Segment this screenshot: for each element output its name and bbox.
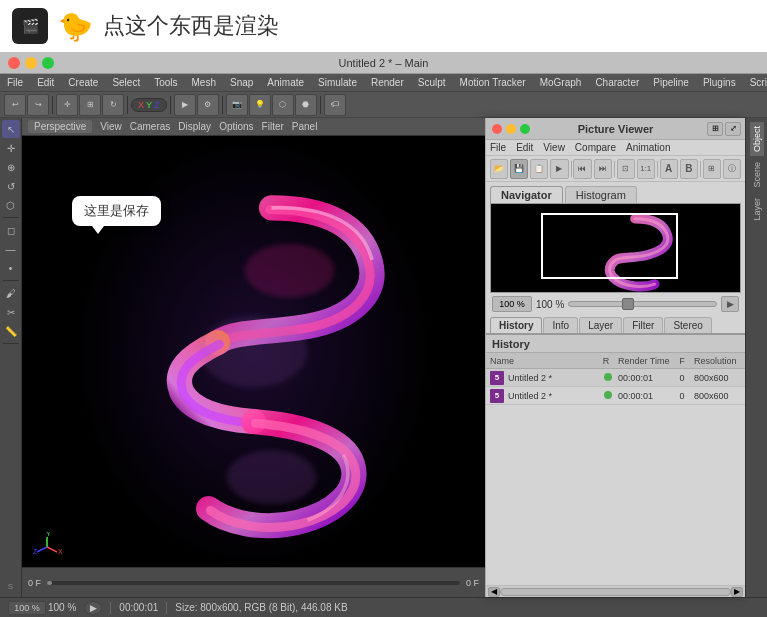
zoom-label: 100 %: [48, 602, 76, 613]
pv-nav-tabs: Navigator Histogram: [486, 182, 745, 203]
panel-menu[interactable]: Panel: [292, 121, 318, 132]
pv-frame-back-btn[interactable]: ⏮: [573, 159, 591, 179]
point-tool[interactable]: •: [2, 259, 20, 277]
tag-btn[interactable]: 🏷: [324, 94, 346, 116]
pv-zoom-1-btn[interactable]: 1:1: [637, 159, 655, 179]
pv-save-btn[interactable]: 💾: [510, 159, 528, 179]
scale-tool[interactable]: ⊕: [2, 158, 20, 176]
move-tool[interactable]: ✛: [2, 139, 20, 157]
menu-sculpt[interactable]: Sculpt: [415, 76, 449, 89]
menu-mesh[interactable]: Mesh: [189, 76, 219, 89]
pv-copy-btn[interactable]: 📋: [530, 159, 548, 179]
cameras-menu[interactable]: Cameras: [130, 121, 171, 132]
viewport-zoom-input[interactable]: [8, 601, 46, 615]
menu-edit[interactable]: Edit: [34, 76, 57, 89]
pv-zoom-input[interactable]: [492, 296, 532, 312]
menu-create[interactable]: Create: [65, 76, 101, 89]
pv-zoom-fit-btn[interactable]: ⊡: [617, 159, 635, 179]
move-button[interactable]: ✛: [56, 94, 78, 116]
object-btn[interactable]: ⬡: [272, 94, 294, 116]
pv-menu-edit[interactable]: Edit: [516, 142, 533, 153]
pv-maximize-button[interactable]: [520, 124, 530, 134]
display-menu[interactable]: Display: [178, 121, 211, 132]
menu-mograph[interactable]: MoGraph: [537, 76, 585, 89]
pv-scroll-right[interactable]: ▶: [731, 587, 743, 597]
pv-resize-button[interactable]: ⤢: [725, 122, 741, 136]
maximize-button[interactable]: [42, 57, 54, 69]
scale-button[interactable]: ⊞: [79, 94, 101, 116]
menu-motion-tracker[interactable]: Motion Tracker: [457, 76, 529, 89]
pv-menu-animation[interactable]: Animation: [626, 142, 670, 153]
render-btn[interactable]: ▶: [174, 94, 196, 116]
pv-tab-history[interactable]: History: [490, 317, 542, 333]
pv-zoom-next-btn[interactable]: ▶: [721, 296, 739, 312]
pv-tab-stereo[interactable]: Stereo: [664, 317, 711, 333]
pv-menu-file[interactable]: File: [490, 142, 506, 153]
menu-file[interactable]: File: [4, 76, 26, 89]
right-tab-layer[interactable]: Layer: [750, 194, 764, 225]
close-button[interactable]: [8, 57, 20, 69]
minimize-button[interactable]: [25, 57, 37, 69]
knife-tool[interactable]: ✂: [2, 303, 20, 321]
poly-tool[interactable]: ◻: [2, 221, 20, 239]
menu-animate[interactable]: Animate: [264, 76, 307, 89]
filter-menu[interactable]: Filter: [262, 121, 284, 132]
right-tab-scene[interactable]: Scene: [750, 158, 764, 192]
live-select-tool[interactable]: ⬡: [2, 196, 20, 214]
light-btn[interactable]: 💡: [249, 94, 271, 116]
pv-tab-layer[interactable]: Layer: [579, 317, 622, 333]
pv-sep-4: [700, 161, 701, 177]
menu-snap[interactable]: Snap: [227, 76, 256, 89]
pv-scrollbar[interactable]: ◀ ▶: [486, 585, 745, 597]
pv-minimize-button[interactable]: [506, 124, 516, 134]
menu-plugins[interactable]: Plugins: [700, 76, 739, 89]
history-row-0[interactable]: 5 Untitled 2 * 00:00:01 0 800x600: [486, 369, 745, 387]
pv-render-btn[interactable]: ▶: [550, 159, 568, 179]
pv-tab-filter[interactable]: Filter: [623, 317, 663, 333]
menu-character[interactable]: Character: [592, 76, 642, 89]
view-menu[interactable]: View: [100, 121, 122, 132]
material-btn[interactable]: ⬣: [295, 94, 317, 116]
pv-histogram-tab[interactable]: Histogram: [565, 186, 637, 203]
axis-widget[interactable]: XYZ: [131, 98, 167, 112]
pv-menu-compare[interactable]: Compare: [575, 142, 616, 153]
col-f-header: F: [674, 356, 690, 366]
edge-tool[interactable]: —: [2, 240, 20, 258]
pv-zoom-slider[interactable]: [568, 301, 717, 307]
menu-tools[interactable]: Tools: [151, 76, 180, 89]
pv-letter-b-btn[interactable]: B: [680, 159, 698, 179]
col-res-header: Resolution: [690, 356, 745, 366]
rotate-tool[interactable]: ↺: [2, 177, 20, 195]
rotate-button[interactable]: ↻: [102, 94, 124, 116]
pv-menu-view[interactable]: View: [543, 142, 565, 153]
pv-open-btn[interactable]: 📂: [490, 159, 508, 179]
pv-tab-info[interactable]: Info: [543, 317, 578, 333]
undo-button[interactable]: ↩: [4, 94, 26, 116]
viewport-content[interactable]: 这里是保存 X Y Z 0 F: [22, 136, 485, 597]
menu-pipeline[interactable]: Pipeline: [650, 76, 692, 89]
pv-letter-a-btn[interactable]: A: [660, 159, 678, 179]
camera-btn[interactable]: 📷: [226, 94, 248, 116]
pv-navigator-tab[interactable]: Navigator: [490, 186, 563, 203]
select-tool[interactable]: ↖: [2, 120, 20, 138]
menu-select[interactable]: Select: [109, 76, 143, 89]
pv-channels-btn[interactable]: ⊞: [703, 159, 721, 179]
menu-simulate[interactable]: Simulate: [315, 76, 360, 89]
pv-info-btn[interactable]: ⓘ: [723, 159, 741, 179]
options-menu[interactable]: Options: [219, 121, 253, 132]
menu-render[interactable]: Render: [368, 76, 407, 89]
play-button[interactable]: ▶: [84, 601, 102, 615]
right-tab-object[interactable]: Object: [750, 122, 764, 156]
redo-button[interactable]: ↪: [27, 94, 49, 116]
paint-tool[interactable]: 🖌: [2, 284, 20, 302]
pv-frame-fwd-btn[interactable]: ⏭: [594, 159, 612, 179]
measure-tool[interactable]: 📏: [2, 322, 20, 340]
zoom-control: 100 %: [8, 601, 76, 615]
pv-gear-button[interactable]: ⊞: [707, 122, 723, 136]
menu-script[interactable]: Script: [747, 76, 767, 89]
pv-close-button[interactable]: [492, 124, 502, 134]
history-row-1[interactable]: 5 Untitled 2 * 00:00:01 0 800x600: [486, 387, 745, 405]
timeline-track[interactable]: [47, 581, 460, 585]
render-settings[interactable]: ⚙: [197, 94, 219, 116]
pv-scroll-left[interactable]: ◀: [488, 587, 500, 597]
